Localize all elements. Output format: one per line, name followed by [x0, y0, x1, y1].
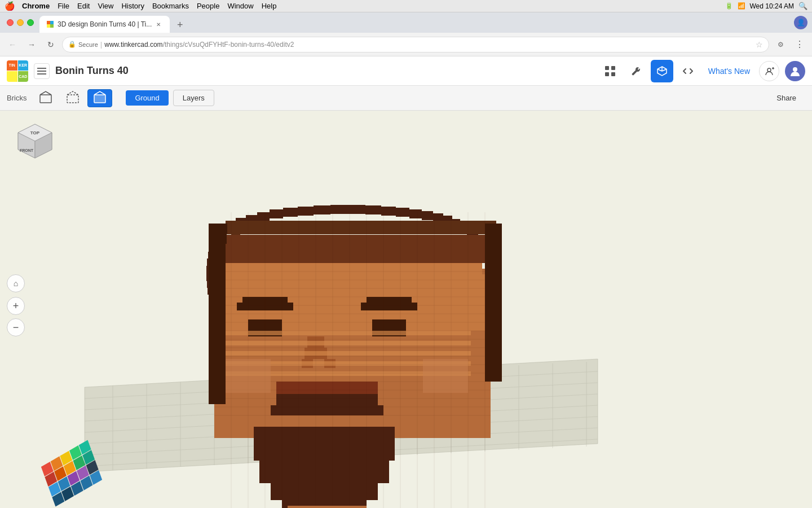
whats-new-button[interactable]: What's New: [703, 63, 756, 79]
profile-icon[interactable]: 👤: [794, 16, 807, 29]
minimize-window-button[interactable]: [17, 19, 24, 26]
maximize-window-button[interactable]: [27, 19, 34, 26]
menu-view[interactable]: View: [98, 2, 113, 10]
menu-window[interactable]: Window: [227, 2, 253, 10]
svg-rect-45: [257, 212, 270, 221]
menu-chrome[interactable]: Chrome: [22, 2, 50, 10]
back-button[interactable]: ←: [5, 37, 20, 52]
svg-rect-52: [365, 205, 381, 214]
zoom-out-button[interactable]: −: [7, 318, 25, 336]
apple-logo-icon[interactable]: 🍎: [5, 1, 15, 11]
close-window-button[interactable]: [7, 19, 14, 26]
logo-tin: TIN: [7, 60, 17, 71]
svg-text:FRONT: FRONT: [20, 148, 34, 152]
3d-view-button[interactable]: [651, 60, 673, 82]
svg-rect-153: [214, 234, 227, 244]
menu-edit[interactable]: Edit: [77, 2, 90, 10]
menubar-right: 🔋 📶 Wed 10:24 AM 🔍: [725, 2, 808, 10]
app-header: TIN KER CAD Bonin Turns 40: [0, 56, 812, 86]
svg-rect-149: [423, 359, 468, 393]
svg-rect-94: [361, 303, 417, 310]
svg-point-11: [767, 68, 771, 72]
svg-rect-88: [214, 252, 491, 263]
svg-rect-85: [226, 221, 496, 234]
svg-rect-57: [433, 213, 443, 222]
layers-button[interactable]: Layers: [173, 90, 214, 106]
tab-bar: 3D design Bonin Turns 40 | Ti... ✕ + 👤: [0, 12, 812, 33]
svg-rect-55: [409, 209, 422, 218]
3d-model-render: [0, 111, 812, 508]
main-viewport[interactable]: TOP FRONT ⌂ + −: [0, 111, 812, 508]
svg-rect-110: [223, 351, 471, 356]
svg-line-10: [657, 69, 662, 71]
svg-rect-51: [348, 205, 365, 214]
svg-rect-151: [485, 224, 502, 382]
tools-button[interactable]: [625, 60, 647, 82]
share-button[interactable]: Share: [767, 90, 805, 106]
svg-rect-50: [330, 205, 348, 214]
logo-ker: KER: [18, 60, 29, 71]
secure-label: Secure: [78, 41, 98, 48]
home-view-button[interactable]: ⌂: [7, 274, 25, 292]
tinkercad-logo[interactable]: TIN KER CAD: [7, 60, 28, 82]
svg-rect-109: [223, 341, 471, 345]
refresh-button[interactable]: ↻: [43, 37, 59, 52]
svg-rect-147: [288, 506, 367, 508]
viewport-canvas: TOP FRONT ⌂ + −: [0, 111, 812, 508]
menu-people[interactable]: People: [197, 2, 219, 10]
svg-text:TOP: TOP: [30, 130, 40, 135]
svg-rect-17: [94, 95, 105, 103]
svg-rect-47: [283, 208, 298, 217]
svg-rect-148: [226, 359, 271, 393]
user-avatar[interactable]: [785, 61, 805, 81]
menu-button[interactable]: ⋮: [792, 37, 807, 52]
traffic-lights: [7, 19, 34, 26]
url-path: /things/cVsuQdFYHtF-bonin-turns-40/editv…: [163, 41, 294, 49]
search-icon[interactable]: 🔍: [798, 2, 807, 10]
tab-title: 3D design Bonin Turns 40 | Ti...: [58, 20, 152, 28]
svg-rect-104: [259, 461, 389, 483]
clock-display: Wed 10:24 AM: [750, 2, 795, 10]
url-domain: www.tinkercad.com: [104, 41, 162, 49]
zoom-in-button[interactable]: +: [7, 297, 25, 315]
design-title: Bonin Turns 40: [55, 65, 593, 77]
ground-button[interactable]: Ground: [126, 90, 168, 106]
svg-rect-103: [254, 427, 395, 461]
view-cube[interactable]: TOP FRONT: [15, 121, 53, 159]
address-bar: ← → ↻ 🔒 Secure | www.tinkercad.com/thing…: [0, 33, 812, 56]
menu-history[interactable]: History: [121, 2, 144, 10]
url-bar[interactable]: 🔒 Secure | www.tinkercad.com/things/cVsu…: [62, 37, 769, 52]
code-button[interactable]: [677, 60, 699, 82]
mac-menubar: 🍎 Chrome File Edit View History Bookmark…: [0, 0, 812, 12]
svg-rect-3: [605, 66, 609, 70]
wifi-icon: 📶: [738, 2, 745, 10]
svg-rect-49: [314, 205, 330, 214]
svg-rect-48: [298, 207, 314, 216]
color-palette[interactable]: [45, 452, 98, 494]
shape-tool-3[interactable]: [87, 89, 112, 107]
svg-rect-105: [271, 483, 378, 500]
shape-tool-2[interactable]: [60, 89, 85, 107]
new-tab-button[interactable]: +: [172, 17, 188, 33]
menu-file[interactable]: File: [58, 2, 69, 10]
menu-help[interactable]: Help: [262, 2, 277, 10]
grid-view-button[interactable]: [599, 60, 621, 82]
add-user-button[interactable]: [759, 61, 779, 81]
bricks-label: Bricks: [7, 94, 27, 102]
svg-point-14: [793, 67, 797, 72]
menu-bookmarks[interactable]: Bookmarks: [152, 2, 189, 10]
logo-cad: CAD: [18, 71, 29, 82]
tab-close-button[interactable]: ✕: [154, 20, 163, 29]
bookmark-star-icon[interactable]: ☆: [756, 40, 763, 49]
view-cube-svg: TOP FRONT: [15, 121, 55, 161]
extensions-button[interactable]: ⚙: [773, 37, 788, 52]
forward-button[interactable]: →: [24, 37, 39, 52]
shape-tool-1[interactable]: [33, 89, 58, 107]
active-tab[interactable]: 3D design Bonin Turns 40 | Ti... ✕: [39, 16, 170, 33]
zoom-controls: ⌂ + −: [7, 274, 25, 336]
svg-rect-6: [611, 72, 615, 76]
app-body: TIN KER CAD Bonin Turns 40: [0, 56, 812, 508]
svg-line-9: [662, 69, 667, 71]
list-view-button[interactable]: [34, 63, 50, 79]
svg-rect-89: [223, 263, 482, 274]
